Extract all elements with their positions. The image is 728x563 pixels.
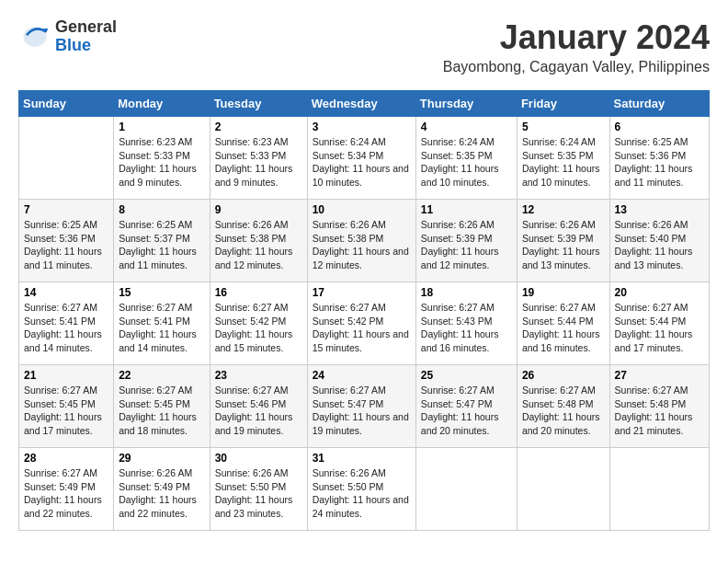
day-number: 28 [24, 452, 108, 465]
logo-general: General [55, 18, 117, 37]
page-header: General Blue January 2024 Bayombong, Cag… [18, 18, 710, 75]
header-cell-wednesday: Wednesday [307, 91, 415, 117]
week-row-2: 7Sunrise: 6:25 AMSunset: 5:36 PMDaylight… [19, 200, 710, 282]
logo-icon [18, 20, 51, 53]
cell-info: Sunrise: 6:27 AMSunset: 5:48 PMDaylight:… [522, 384, 605, 438]
day-number: 12 [522, 203, 605, 216]
week-row-3: 14Sunrise: 6:27 AMSunset: 5:41 PMDayligh… [19, 282, 710, 365]
calendar-cell: 11Sunrise: 6:26 AMSunset: 5:39 PMDayligh… [415, 200, 517, 282]
calendar-cell: 4Sunrise: 6:24 AMSunset: 5:35 PMDaylight… [415, 117, 517, 200]
day-number: 22 [119, 369, 204, 382]
cell-info: Sunrise: 6:24 AMSunset: 5:35 PMDaylight:… [421, 135, 512, 190]
calendar-cell: 15Sunrise: 6:27 AMSunset: 5:41 PMDayligh… [114, 282, 210, 365]
day-number: 19 [522, 286, 605, 299]
cell-info: Sunrise: 6:26 AMSunset: 5:38 PMDaylight:… [215, 218, 302, 272]
cell-info: Sunrise: 6:26 AMSunset: 5:39 PMDaylight:… [421, 218, 512, 272]
day-number: 9 [215, 203, 302, 216]
calendar-cell: 21Sunrise: 6:27 AMSunset: 5:45 PMDayligh… [19, 365, 114, 448]
cell-info: Sunrise: 6:23 AMSunset: 5:33 PMDaylight:… [119, 135, 204, 190]
day-number: 20 [615, 286, 704, 299]
header-row: SundayMondayTuesdayWednesdayThursdayFrid… [19, 91, 710, 117]
cell-info: Sunrise: 6:24 AMSunset: 5:34 PMDaylight:… [313, 135, 411, 190]
header-cell-sunday: Sunday [19, 91, 114, 117]
day-number: 2 [215, 121, 302, 133]
header-cell-monday: Monday [114, 91, 210, 117]
calendar-cell: 24Sunrise: 6:27 AMSunset: 5:47 PMDayligh… [307, 365, 415, 448]
calendar-cell: 17Sunrise: 6:27 AMSunset: 5:42 PMDayligh… [307, 282, 415, 365]
cell-info: Sunrise: 6:26 AMSunset: 5:39 PMDaylight:… [522, 218, 605, 272]
calendar-cell: 12Sunrise: 6:26 AMSunset: 5:39 PMDayligh… [517, 200, 609, 282]
cell-info: Sunrise: 6:26 AMSunset: 5:50 PMDaylight:… [313, 466, 411, 521]
cell-info: Sunrise: 6:27 AMSunset: 5:47 PMDaylight:… [421, 384, 512, 438]
cell-info: Sunrise: 6:27 AMSunset: 5:45 PMDaylight:… [24, 384, 108, 438]
cell-info: Sunrise: 6:27 AMSunset: 5:47 PMDaylight:… [313, 384, 411, 438]
cell-info: Sunrise: 6:27 AMSunset: 5:44 PMDaylight:… [522, 301, 605, 355]
day-number: 24 [313, 369, 411, 382]
calendar-cell: 25Sunrise: 6:27 AMSunset: 5:47 PMDayligh… [415, 365, 517, 448]
day-number: 6 [615, 121, 704, 133]
cell-info: Sunrise: 6:27 AMSunset: 5:41 PMDaylight:… [24, 301, 108, 355]
day-number: 30 [215, 452, 302, 465]
logo-blue: Blue [55, 37, 117, 55]
calendar-cell: 2Sunrise: 6:23 AMSunset: 5:33 PMDaylight… [210, 117, 307, 200]
cell-info: Sunrise: 6:27 AMSunset: 5:43 PMDaylight:… [421, 301, 512, 355]
day-number: 11 [421, 203, 512, 216]
day-number: 25 [421, 369, 512, 382]
calendar-cell [517, 448, 609, 531]
week-row-1: 1Sunrise: 6:23 AMSunset: 5:33 PMDaylight… [19, 117, 710, 200]
logo-text: General Blue [55, 18, 117, 55]
calendar-cell [609, 448, 709, 531]
header-cell-tuesday: Tuesday [210, 91, 307, 117]
calendar-cell: 31Sunrise: 6:26 AMSunset: 5:50 PMDayligh… [307, 448, 415, 531]
cell-info: Sunrise: 6:23 AMSunset: 5:33 PMDaylight:… [215, 135, 302, 190]
calendar-cell: 13Sunrise: 6:26 AMSunset: 5:40 PMDayligh… [609, 200, 709, 282]
day-number: 8 [119, 203, 204, 216]
cell-info: Sunrise: 6:26 AMSunset: 5:49 PMDaylight:… [119, 466, 204, 521]
day-number: 5 [522, 121, 605, 133]
cell-info: Sunrise: 6:24 AMSunset: 5:35 PMDaylight:… [522, 135, 605, 190]
calendar-table: SundayMondayTuesdayWednesdayThursdayFrid… [18, 90, 710, 531]
calendar-cell: 20Sunrise: 6:27 AMSunset: 5:44 PMDayligh… [609, 282, 709, 365]
day-number: 4 [421, 121, 512, 133]
calendar-cell: 22Sunrise: 6:27 AMSunset: 5:45 PMDayligh… [114, 365, 210, 448]
calendar-cell: 8Sunrise: 6:25 AMSunset: 5:37 PMDaylight… [114, 200, 210, 282]
cell-info: Sunrise: 6:26 AMSunset: 5:38 PMDaylight:… [313, 218, 411, 272]
cell-info: Sunrise: 6:27 AMSunset: 5:44 PMDaylight:… [615, 301, 704, 355]
cell-info: Sunrise: 6:27 AMSunset: 5:45 PMDaylight:… [119, 384, 204, 438]
day-number: 13 [615, 203, 704, 216]
calendar-cell: 30Sunrise: 6:26 AMSunset: 5:50 PMDayligh… [210, 448, 307, 531]
header-cell-saturday: Saturday [609, 91, 709, 117]
calendar-cell: 18Sunrise: 6:27 AMSunset: 5:43 PMDayligh… [415, 282, 517, 365]
calendar-cell: 19Sunrise: 6:27 AMSunset: 5:44 PMDayligh… [517, 282, 609, 365]
day-number: 31 [313, 452, 411, 465]
day-number: 18 [421, 286, 512, 299]
calendar-cell: 5Sunrise: 6:24 AMSunset: 5:35 PMDaylight… [517, 117, 609, 200]
cell-info: Sunrise: 6:25 AMSunset: 5:36 PMDaylight:… [24, 218, 108, 272]
day-number: 21 [24, 369, 108, 382]
day-number: 16 [215, 286, 302, 299]
cell-info: Sunrise: 6:27 AMSunset: 5:42 PMDaylight:… [313, 301, 411, 355]
title-block: January 2024 Bayombong, Cagayan Valley, … [443, 18, 710, 75]
calendar-cell: 28Sunrise: 6:27 AMSunset: 5:49 PMDayligh… [19, 448, 114, 531]
day-number: 29 [119, 452, 204, 465]
day-number: 7 [24, 203, 108, 216]
calendar-cell: 26Sunrise: 6:27 AMSunset: 5:48 PMDayligh… [517, 365, 609, 448]
cell-info: Sunrise: 6:27 AMSunset: 5:42 PMDaylight:… [215, 301, 302, 355]
header-cell-friday: Friday [517, 91, 609, 117]
calendar-cell [19, 117, 114, 200]
day-number: 15 [119, 286, 204, 299]
cell-info: Sunrise: 6:27 AMSunset: 5:46 PMDaylight:… [215, 384, 302, 438]
day-number: 10 [313, 203, 411, 216]
cell-info: Sunrise: 6:27 AMSunset: 5:49 PMDaylight:… [24, 466, 108, 521]
day-number: 27 [615, 369, 704, 382]
calendar-cell: 27Sunrise: 6:27 AMSunset: 5:48 PMDayligh… [609, 365, 709, 448]
day-number: 26 [522, 369, 605, 382]
cell-info: Sunrise: 6:25 AMSunset: 5:36 PMDaylight:… [615, 135, 704, 190]
calendar-cell: 6Sunrise: 6:25 AMSunset: 5:36 PMDaylight… [609, 117, 709, 200]
calendar-cell: 10Sunrise: 6:26 AMSunset: 5:38 PMDayligh… [307, 200, 415, 282]
calendar-cell [415, 448, 517, 531]
day-number: 3 [313, 121, 411, 133]
calendar-cell: 9Sunrise: 6:26 AMSunset: 5:38 PMDaylight… [210, 200, 307, 282]
calendar-cell: 16Sunrise: 6:27 AMSunset: 5:42 PMDayligh… [210, 282, 307, 365]
day-number: 1 [119, 121, 204, 133]
